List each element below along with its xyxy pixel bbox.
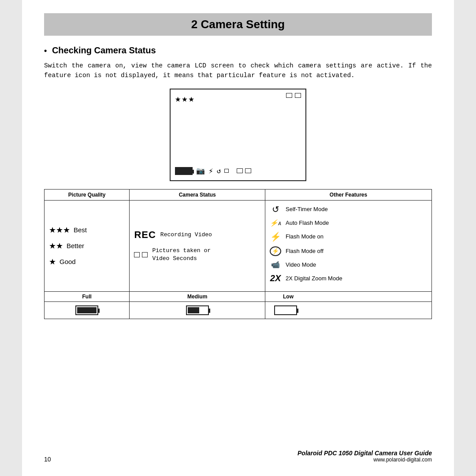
flash-off-icon: ⚡ — [270, 246, 281, 256]
auto-flash-desc: Auto Flash Mode — [286, 219, 329, 226]
header-picture-quality: Picture Quality — [45, 189, 130, 200]
batt-fill-med — [188, 307, 199, 313]
batt-medium-icon — [186, 305, 209, 315]
stars-good-icon: ★ — [49, 257, 56, 267]
section-heading: • Checking Camera Status — [44, 45, 432, 56]
header-other-features: Other Features — [265, 189, 432, 200]
picture-quality-cell: ★★★ Best ★★ Better ★ Good — [45, 200, 130, 291]
feature-zoom: 2X 2X Digital Zoom Mode — [270, 273, 427, 283]
lcd-br-box-2 — [245, 168, 251, 173]
video-desc: Video Mode — [286, 261, 316, 268]
batt-label-full: Full — [45, 291, 130, 301]
two-boxes-icon — [134, 252, 148, 257]
rec-label: REC — [134, 229, 156, 241]
batt-label-medium: Medium — [130, 291, 265, 301]
box-icon-1 — [134, 252, 140, 257]
lcd-timer-icon: ↺ — [217, 167, 221, 175]
page-footer: 10 Polaroid PDC 1050 Digital Camera User… — [44, 441, 432, 463]
page-title: 2 Camera Setting — [44, 13, 432, 36]
feature-flash-off: ⚡ Flash Mode off — [270, 246, 427, 256]
feature-self-timer: ↺ Self-Timer Mode — [270, 204, 427, 215]
flash-off-desc: Flash Mode off — [286, 248, 324, 254]
rec-desc: Recording Video — [160, 231, 212, 238]
lcd-battery-icon — [175, 167, 193, 175]
lcd-mode-box — [224, 169, 229, 173]
camera-status-cell: REC Recording Video Pictures taken or Vi… — [130, 200, 265, 291]
bullet-icon: • — [44, 46, 47, 55]
footer-title: Polaroid PDC 1050 Digital Camera User Gu… — [298, 450, 432, 457]
lcd-top-row: ★★★ — [175, 93, 301, 105]
lcd-top-right-icons — [286, 93, 301, 98]
auto-flash-icon: ⚡A — [270, 219, 281, 227]
batt-icon-med-cell — [130, 301, 265, 319]
pics-desc: Pictures taken or Video Seconds — [152, 247, 211, 263]
lcd-stars-icon: ★★★ — [175, 93, 195, 105]
page: 2 Camera Setting • Checking Camera Statu… — [22, 0, 454, 476]
quality-good-label: Good — [60, 258, 76, 265]
status-table: Picture Quality Camera Status Other Feat… — [44, 189, 432, 319]
other-features-cell: ↺ Self-Timer Mode ⚡A Auto Flash Mode ⚡ F… — [265, 200, 432, 291]
lcd-bottom-row: 📷 ⚡ ↺ — [175, 166, 301, 176]
box-icon-2 — [142, 252, 148, 257]
lcd-small-box-1 — [286, 93, 292, 98]
quality-best-label: Best — [74, 226, 87, 234]
body-text: Switch the camera on, view the camera LC… — [44, 61, 432, 81]
zoom-2x-icon: 2X — [270, 273, 281, 283]
quality-better: ★★ Better — [49, 241, 125, 251]
stars-better-icon: ★★ — [49, 241, 63, 251]
quality-good: ★ Good — [49, 257, 125, 267]
stars-best-icon: ★★★ — [49, 225, 70, 235]
lcd-screen: ★★★ 📷 ⚡ ↺ — [170, 89, 306, 181]
feature-video: 📹 Video Mode — [270, 260, 427, 269]
self-timer-desc: Self-Timer Mode — [286, 206, 328, 212]
flash-on-desc: Flash Mode on — [286, 233, 324, 240]
batt-label-low: Low — [265, 291, 432, 301]
batt-icon-full-cell — [45, 301, 130, 319]
lcd-small-box-2 — [295, 93, 301, 98]
rec-row: REC Recording Video — [134, 229, 260, 241]
pics-row: Pictures taken or Video Seconds — [134, 247, 260, 263]
zoom-desc: 2X Digital Zoom Mode — [286, 275, 342, 282]
footer-right: Polaroid PDC 1050 Digital Camera User Gu… — [298, 450, 432, 463]
flash-on-icon: ⚡ — [270, 231, 281, 242]
footer-url: www.polaroid-digital.com — [298, 457, 432, 463]
quality-best: ★★★ Best — [49, 225, 125, 235]
feature-flash-on: ⚡ Flash Mode on — [270, 231, 427, 242]
lcd-br-box-1 — [237, 168, 243, 173]
batt-icon-low-cell — [265, 301, 432, 319]
quality-better-label: Better — [67, 242, 84, 249]
lcd-diagram: ★★★ 📷 ⚡ ↺ — [44, 89, 432, 181]
feature-auto-flash: ⚡A Auto Flash Mode — [270, 219, 427, 227]
page-number: 10 — [44, 456, 51, 463]
lcd-flash-icon: ⚡ — [208, 166, 213, 176]
batt-full-icon — [75, 305, 98, 315]
lcd-camera-icon: 📷 — [196, 167, 205, 175]
batt-fill-full — [77, 307, 97, 313]
header-camera-status: Camera Status — [130, 189, 265, 200]
batt-low-icon — [274, 305, 297, 315]
self-timer-icon: ↺ — [270, 204, 281, 215]
video-icon: 📹 — [270, 260, 281, 269]
lcd-bottom-right-boxes — [237, 168, 251, 173]
